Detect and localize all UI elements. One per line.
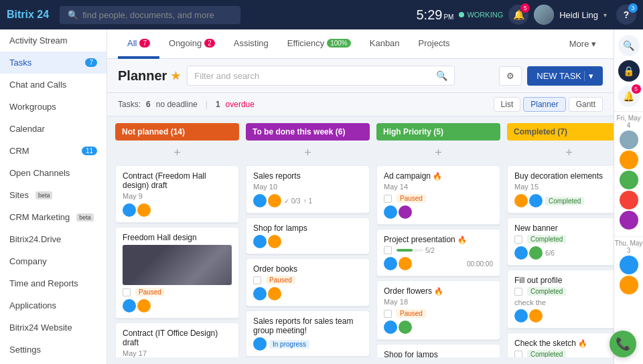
- task-card[interactable]: Shop for lamps May 14: [376, 344, 500, 357]
- avatar-2: [137, 299, 151, 312]
- sidebar-item-chat[interactable]: Chat and Calls: [0, 74, 106, 96]
- lock-icon[interactable]: 🔒: [618, 60, 640, 82]
- tab-label: Projects: [419, 38, 450, 48]
- tab-projects[interactable]: Projects: [409, 29, 459, 59]
- sidebar-item-workgroups[interactable]: Workgroups: [0, 96, 106, 118]
- help-badge: 3: [628, 3, 638, 13]
- tab-badge: 2: [204, 39, 215, 48]
- add-task-to-do[interactable]: +: [246, 145, 370, 161]
- user-dropdown-icon[interactable]: ▾: [603, 11, 607, 19]
- task-card[interactable]: Shop for lamps: [246, 217, 370, 254]
- task-title: Ad campaign 🔥: [384, 171, 493, 181]
- top-bar: Bitrix 24 🔍 5:29 PM WORKING 🔔 5 Heidi Li…: [0, 0, 643, 29]
- new-task-arrow[interactable]: ▾: [584, 71, 593, 81]
- new-task-button[interactable]: NEW TASK ▾: [527, 66, 603, 86]
- tab-assisting[interactable]: Assisting: [224, 29, 278, 59]
- sidebar-label: Bitrix24.Drive: [9, 234, 61, 244]
- sidebar-item-time-reports[interactable]: Time and Reports: [0, 272, 106, 294]
- avatar-1: [384, 321, 397, 334]
- sidebar-item-activity[interactable]: Activity Stream: [0, 29, 106, 52]
- tab-efficiency[interactable]: Efficiency 100%: [278, 29, 360, 59]
- task-sub: ↑ 1: [303, 197, 312, 205]
- task-title: Project presentation 🔥: [384, 235, 493, 244]
- tab-all[interactable]: All 7: [118, 29, 159, 59]
- notifications-button[interactable]: 🔔 5: [508, 5, 528, 25]
- sidebar-item-crm-marketing[interactable]: CRM Marketingbeta: [0, 206, 106, 228]
- add-task-not-planned[interactable]: +: [115, 145, 239, 161]
- task-title: Buy decoration elements: [514, 171, 614, 181]
- clock-time: 5:29: [416, 7, 442, 23]
- planner-header: Planner ★ Filter and search 🔍 ⚙ NEW TASK…: [107, 59, 614, 93]
- sidebar-item-open-channels[interactable]: Open Channels: [0, 162, 106, 184]
- task-card[interactable]: New banner Completed 6/6: [507, 217, 614, 266]
- tab-kanban[interactable]: Kanban: [360, 29, 409, 59]
- sidebar-item-crm[interactable]: CRM 11: [0, 140, 106, 162]
- task-card[interactable]: Sales reports for sales team group meeti…: [246, 310, 370, 357]
- task-card[interactable]: Buy decoration elements May 15 Completed: [507, 165, 614, 213]
- star-icon[interactable]: ★: [171, 70, 180, 82]
- search-bar[interactable]: 🔍: [60, 6, 240, 24]
- status-paused: Paused: [266, 276, 295, 284]
- gantt-view-button[interactable]: Gantt: [569, 97, 603, 112]
- task-sub-meta: [384, 321, 493, 334]
- sidebar-item-settings[interactable]: Settings: [0, 339, 106, 361]
- notification-right-icon-wrapper: 🔔 5: [618, 86, 640, 107]
- task-card[interactable]: Sales reports May 10 ✓ 0/3 ↑ 1: [246, 165, 370, 213]
- sidebar-item-sites[interactable]: Sitesbeta: [0, 184, 106, 206]
- sidebar-item-company[interactable]: Company: [0, 250, 106, 272]
- avatar[interactable]: [534, 5, 554, 25]
- divider: |: [206, 100, 208, 109]
- search-right-icon[interactable]: 🔍: [618, 35, 640, 56]
- planner-view-button[interactable]: Planner: [523, 97, 565, 112]
- avatar-2: [137, 203, 151, 217]
- chat-button[interactable]: 📞: [610, 331, 636, 357]
- list-view-button[interactable]: List: [494, 97, 521, 112]
- task-card[interactable]: Order books Paused: [246, 258, 370, 306]
- username[interactable]: Heidi Ling: [559, 10, 598, 20]
- avatar-1: [253, 235, 267, 248]
- task-card[interactable]: Project presentation 🔥 5/2: [376, 229, 500, 276]
- add-task-high-priority[interactable]: +: [376, 145, 500, 161]
- tab-more[interactable]: More ▾: [563, 29, 603, 59]
- sidebar-item-more[interactable]: More...: [0, 361, 106, 364]
- sidebar-item-calendar[interactable]: Calendar: [0, 118, 106, 140]
- task-checkbox: [514, 288, 522, 296]
- search-input[interactable]: [82, 10, 232, 20]
- task-card[interactable]: Contract (IT Office Design) draft May 17: [115, 323, 239, 357]
- filter-input[interactable]: Filter and search 🔍: [187, 66, 455, 86]
- thu-section: Thu, May 3: [614, 236, 643, 297]
- count: (5): [433, 127, 443, 136]
- sidebar-item-tasks[interactable]: Tasks 7: [0, 52, 106, 74]
- sidebar-item-applications[interactable]: Applications: [0, 294, 106, 316]
- add-task-completed[interactable]: +: [507, 145, 614, 161]
- task-card[interactable]: Check the sketch 🔥 Completed 4/4: [507, 333, 614, 357]
- sidebar-label: Chat and Calls: [9, 80, 66, 90]
- task-card[interactable]: Order flowers 🔥 May 18 Paused: [376, 280, 500, 340]
- task-progress: ✓ 0/3: [284, 197, 301, 205]
- task-date: May 18: [384, 298, 493, 306]
- help-button[interactable]: ? 3: [616, 5, 636, 25]
- settings-button[interactable]: ⚙: [499, 66, 522, 86]
- avatar-2: [399, 205, 412, 219]
- task-card[interactable]: Contract (Freedom Hall design) draft May…: [115, 165, 239, 223]
- main-layout: Activity Stream Tasks 7 Chat and Calls W…: [0, 29, 643, 364]
- tasks-label: Tasks:: [118, 100, 141, 109]
- count: (7): [557, 127, 567, 136]
- task-checkbox: [253, 276, 261, 284]
- tab-badge: 7: [139, 39, 150, 48]
- task-card[interactable]: Freedom Hall design Paused: [115, 227, 239, 318]
- tab-more-label: More ▾: [569, 39, 596, 49]
- task-sub-meta: 00:00:00: [384, 257, 493, 270]
- fri-label: Fri, May 4: [614, 114, 643, 129]
- task-title: Order flowers 🔥: [384, 286, 493, 296]
- status-label: In progress: [269, 340, 309, 349]
- tab-ongoing[interactable]: Ongoing 2: [159, 29, 224, 59]
- sidebar-label: Bitrix24 Website: [9, 323, 72, 333]
- sidebar-item-website[interactable]: Bitrix24 Website: [0, 316, 106, 339]
- sidebar-label: Tasks: [9, 58, 31, 68]
- sidebar-item-drive[interactable]: Bitrix24.Drive: [0, 228, 106, 250]
- task-card[interactable]: Ad campaign 🔥 May 14 Paused: [376, 165, 500, 225]
- task-card[interactable]: Fill out profile Completed check the: [507, 270, 614, 329]
- overdue-count: 1: [216, 100, 220, 109]
- logo[interactable]: Bitrix 24: [7, 9, 49, 21]
